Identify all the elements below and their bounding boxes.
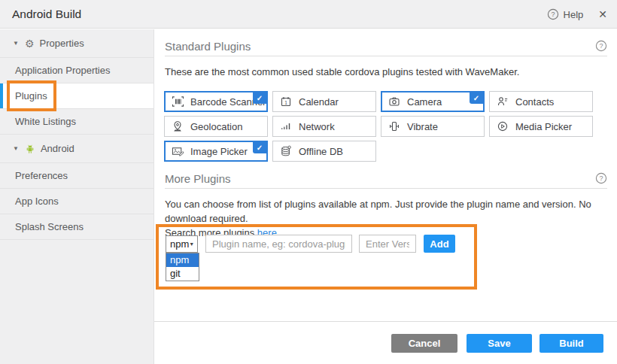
geolocation-icon xyxy=(171,120,184,132)
plugin-toggle-calendar[interactable]: 1 Calendar ✓ xyxy=(272,91,376,112)
plugin-label: Offline DB xyxy=(299,146,343,157)
dialog-title: Android Build xyxy=(12,8,81,21)
plugin-toggle-network[interactable]: Network ✓ xyxy=(272,116,376,137)
image-picker-icon xyxy=(171,145,184,157)
standard-plugins-description: These are the most common used stable co… xyxy=(165,65,602,79)
calendar-icon: 1 xyxy=(279,96,293,108)
plugin-name-input[interactable] xyxy=(205,235,352,253)
plugin-toggle-geolocation[interactable]: Geolocation ✓ xyxy=(164,116,268,137)
svg-text:?: ? xyxy=(599,174,603,182)
svg-text:1: 1 xyxy=(284,100,287,105)
plugin-toggle-vibrate[interactable]: Vibrate ✓ xyxy=(381,116,485,137)
sidebar-item-plugins[interactable]: Plugins xyxy=(0,83,153,109)
media-picker-icon xyxy=(496,120,509,132)
plugin-label: Geolocation xyxy=(190,121,242,132)
plugin-toggle-contacts[interactable]: Contacts ✓ xyxy=(489,91,593,112)
close-icon[interactable]: ✕ xyxy=(598,8,607,20)
plugin-label: Contacts xyxy=(515,96,554,108)
plugin-source-select[interactable]: npm ▼ xyxy=(166,235,198,253)
network-icon xyxy=(279,120,293,132)
plugin-grid: Barcode Scanner ✓ 1 Calendar ✓ Camera ✓ … xyxy=(164,91,597,162)
sidebar-item-label: Splash Screens xyxy=(15,221,84,232)
sidebar-item-label: Plugins xyxy=(15,90,47,102)
vibrate-icon xyxy=(388,120,401,132)
plugin-label: Vibrate xyxy=(407,121,438,132)
help-label: Help xyxy=(564,9,584,20)
plugin-toggle-camera[interactable]: Camera ✓ xyxy=(381,91,485,112)
standard-plugins-help-icon[interactable]: ? xyxy=(595,40,607,52)
checked-icon: ✓ xyxy=(253,142,266,153)
plugin-version-input[interactable] xyxy=(359,235,416,253)
sidebar-item-splash-screens[interactable]: Splash Screens xyxy=(0,214,153,240)
gear-icon: ⚙ xyxy=(25,38,35,50)
sidebar-item-label: Android xyxy=(41,143,74,154)
sidebar-item-preferences[interactable]: Preferences xyxy=(0,163,153,189)
plugin-source-value: npm xyxy=(170,238,189,250)
more-plugins-header: More Plugins ? xyxy=(165,168,607,189)
sidebar-item-label: Application Properties xyxy=(15,65,110,76)
select-option-npm[interactable]: npm xyxy=(166,253,199,267)
offline-db-icon xyxy=(279,145,293,157)
sidebar-item-label: Properties xyxy=(39,38,84,49)
titlebar: Android Build ? Help ✕ xyxy=(0,0,617,29)
more-plugins-title: More Plugins xyxy=(165,172,231,185)
sidebar: ▼ ⚙ Properties Application Properties Pl… xyxy=(0,29,154,364)
standard-plugins-header: Standard Plugins ? xyxy=(165,36,607,56)
caret-down-icon: ▼ xyxy=(13,40,19,47)
camera-icon xyxy=(388,96,401,108)
plugin-label: Media Picker xyxy=(515,121,572,132)
more-plugins-help-icon[interactable]: ? xyxy=(595,172,607,184)
add-button[interactable]: Add xyxy=(424,235,455,253)
plugin-toggle-barcode-scanner[interactable]: Barcode Scanner ✓ xyxy=(164,91,268,112)
sidebar-item-application-properties[interactable]: Application Properties xyxy=(0,58,153,83)
select-option-git[interactable]: git xyxy=(166,267,199,281)
android-icon xyxy=(25,144,35,154)
barcode-scanner-icon xyxy=(171,96,184,108)
more-plugins-description: You can choose from list of plugins avai… xyxy=(165,197,602,240)
plugin-toggle-offline-db[interactable]: Offline DB ✓ xyxy=(272,141,376,162)
main-panel: Standard Plugins ? These are the most co… xyxy=(154,29,617,364)
build-button[interactable]: Build xyxy=(539,334,603,353)
help-icon: ? xyxy=(547,8,559,20)
caret-down-icon: ▼ xyxy=(189,241,194,247)
standard-plugins-title: Standard Plugins xyxy=(165,40,251,53)
sidebar-item-properties[interactable]: ▼ ⚙ Properties xyxy=(0,29,153,58)
save-button[interactable]: Save xyxy=(467,334,532,353)
plugin-source-dropdown: npmgit xyxy=(166,253,199,281)
sidebar-item-android[interactable]: ▼ Android xyxy=(0,135,153,163)
plugin-label: Image Picker xyxy=(190,146,248,157)
help-button[interactable]: ? Help xyxy=(547,8,584,20)
sidebar-item-app-icons[interactable]: App Icons xyxy=(0,189,153,214)
plugin-label: Camera xyxy=(407,96,442,108)
plugin-label: Calendar xyxy=(299,96,339,108)
checked-icon: ✓ xyxy=(253,93,266,104)
plugin-toggle-media-picker[interactable]: Media Picker ✓ xyxy=(489,116,593,137)
checked-icon: ✓ xyxy=(470,93,483,104)
svg-text:?: ? xyxy=(551,11,555,18)
plugin-label: Network xyxy=(299,121,335,132)
sidebar-item-label: App Icons xyxy=(15,196,59,207)
contacts-icon xyxy=(496,96,509,108)
sidebar-item-label: Preferences xyxy=(15,170,68,181)
sidebar-item-white-listings[interactable]: White Listings xyxy=(0,109,153,135)
cancel-button[interactable]: Cancel xyxy=(391,334,457,353)
svg-text:?: ? xyxy=(599,42,603,50)
more-plugins-description-line1: You can choose from list of plugins avai… xyxy=(165,197,602,226)
footer-divider xyxy=(154,321,617,322)
caret-down-icon: ▼ xyxy=(13,145,19,152)
plugin-toggle-image-picker[interactable]: Image Picker ✓ xyxy=(164,141,268,162)
sidebar-item-label: White Listings xyxy=(15,116,76,127)
